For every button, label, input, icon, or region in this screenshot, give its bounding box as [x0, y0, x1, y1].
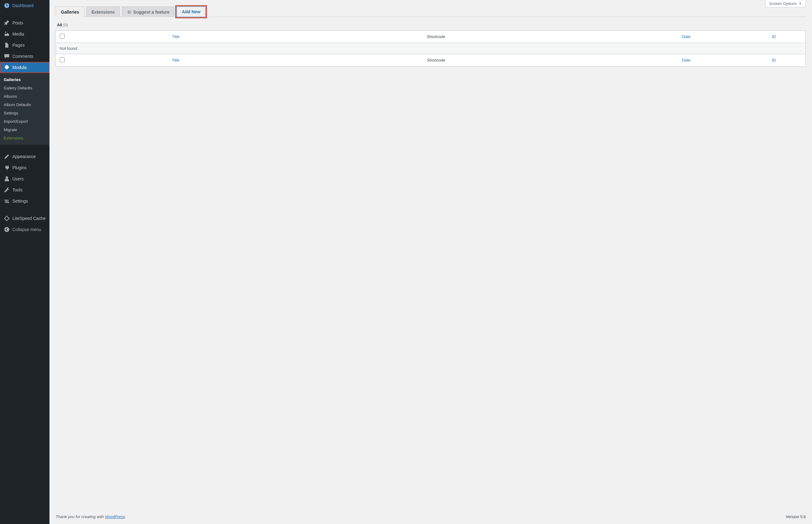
wordpress-link[interactable]: WordPress — [105, 514, 125, 519]
footer-thanks: Thank you for creating with WordPress. — [56, 514, 126, 519]
modula-submenu: Galleries Gallery Defaults Albums Album … — [0, 73, 49, 145]
submenu-migrate[interactable]: Migrate — [0, 126, 49, 134]
select-all-checkbox-footer[interactable] — [60, 57, 65, 62]
tab-label: Suggest a feature — [133, 10, 169, 15]
comments-icon — [4, 53, 10, 60]
collapse-icon — [4, 226, 10, 233]
submenu-settings[interactable]: Settings — [0, 109, 49, 117]
menu-plugins[interactable]: Plugins — [0, 162, 49, 173]
menu-label: Users — [12, 176, 24, 181]
col-id[interactable]: ID — [768, 54, 806, 66]
submenu-albums[interactable]: Albums — [0, 92, 49, 100]
litespeed-icon — [4, 215, 10, 222]
col-date[interactable]: Date — [678, 31, 768, 43]
collapse-label: Collapse menu — [12, 227, 41, 232]
menu-label: Pages — [12, 43, 25, 48]
menu-label: LiteSpeed Cache — [12, 216, 46, 221]
appearance-icon — [4, 153, 10, 160]
submenu-galleries[interactable]: Galleries — [0, 76, 49, 84]
page-tabs: Galleries Extensions Suggest a feature A… — [56, 6, 806, 17]
users-icon — [4, 176, 10, 182]
menu-posts[interactable]: Posts — [0, 17, 49, 29]
menu-litespeed[interactable]: LiteSpeed Cache — [0, 213, 49, 224]
tools-icon — [4, 187, 10, 193]
menu-label: Dashboard — [12, 3, 34, 8]
admin-footer: Thank you for creating with WordPress. V… — [49, 509, 812, 524]
screen-options-toggle[interactable]: Screen Options ▼ — [765, 0, 806, 7]
external-link-icon — [127, 10, 131, 14]
col-id[interactable]: ID — [768, 31, 806, 43]
tab-label: Galleries — [61, 10, 79, 15]
pin-icon — [4, 20, 10, 26]
menu-settings[interactable]: Settings — [0, 196, 49, 207]
settings-icon — [4, 198, 10, 204]
submenu-album-defaults[interactable]: Album Defaults — [0, 100, 49, 109]
menu-label: Settings — [12, 199, 28, 203]
footer-text: Thank you for creating with — [56, 514, 105, 519]
submenu-gallery-defaults[interactable]: Gallery Defaults — [0, 84, 49, 92]
tab-galleries[interactable]: Galleries — [56, 6, 84, 17]
not-found-cell: Not found — [56, 43, 806, 54]
chevron-down-icon: ▼ — [799, 2, 802, 5]
col-date[interactable]: Date — [678, 54, 768, 66]
menu-label: Comments — [12, 54, 33, 59]
menu-label: Tools — [12, 187, 22, 192]
submenu-import-export[interactable]: Import/Export — [0, 117, 49, 126]
select-all-checkbox[interactable] — [60, 34, 65, 39]
menu-modula[interactable]: Modula — [0, 62, 49, 73]
dashboard-icon — [4, 2, 10, 9]
menu-comments[interactable]: Comments — [0, 51, 49, 62]
tab-label: Add New — [182, 9, 200, 14]
col-shortcode: Shortcode — [423, 31, 678, 43]
modula-icon — [4, 64, 10, 70]
filter-all[interactable]: All — [57, 22, 62, 27]
filter-count: (0) — [63, 22, 68, 27]
menu-users[interactable]: Users — [0, 173, 49, 184]
menu-pages[interactable]: Pages — [0, 39, 49, 51]
menu-appearance[interactable]: Appearance — [0, 151, 49, 162]
menu-label: Posts — [12, 20, 23, 26]
tab-add-new[interactable]: Add New — [176, 6, 206, 17]
menu-label: Media — [12, 32, 24, 36]
tab-extensions[interactable]: Extensions — [86, 6, 120, 17]
admin-sidebar: Dashboard Posts Media Pages Comments Mod… — [0, 0, 49, 524]
tab-label: Extensions — [91, 10, 115, 15]
menu-dashboard[interactable]: Dashboard — [0, 0, 49, 11]
pages-icon — [4, 42, 10, 48]
table-header-row: Title Shortcode Date ID — [56, 31, 806, 43]
col-title[interactable]: Title — [168, 54, 423, 66]
media-icon — [4, 31, 10, 37]
version-label: Version 5.6 — [786, 514, 806, 519]
menu-label: Appearance — [12, 154, 36, 159]
menu-label: Modula — [12, 65, 27, 70]
menu-media[interactable]: Media — [0, 29, 49, 39]
galleries-table: Title Shortcode Date ID Not found Title … — [56, 30, 806, 66]
filter-bar: All (0) — [56, 17, 806, 30]
menu-tools[interactable]: Tools — [0, 184, 49, 196]
screen-options-label: Screen Options — [769, 1, 797, 6]
plugins-icon — [4, 165, 10, 171]
submenu-extensions[interactable]: Extensions — [0, 134, 49, 142]
menu-label: Plugins — [12, 165, 27, 170]
svg-point-0 — [4, 227, 9, 232]
col-shortcode: Shortcode — [423, 54, 678, 66]
footer-text: . — [125, 514, 126, 519]
table-row: Not found — [56, 43, 806, 54]
table-footer-row: Title Shortcode Date ID — [56, 54, 806, 66]
collapse-menu[interactable]: Collapse menu — [0, 224, 49, 235]
tab-suggest-feature[interactable]: Suggest a feature — [122, 6, 175, 17]
main-content: Screen Options ▼ Galleries Extensions Su… — [49, 0, 812, 524]
col-title[interactable]: Title — [168, 31, 423, 43]
